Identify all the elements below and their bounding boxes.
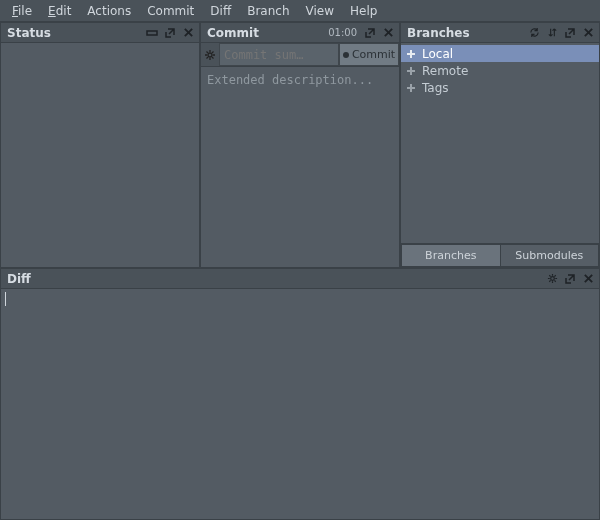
gear-icon[interactable] (545, 272, 559, 286)
commit-clock: 01:00 (328, 27, 359, 38)
branches-header: Branches (401, 23, 599, 43)
diff-title: Diff (7, 272, 541, 286)
expand-icon[interactable] (405, 66, 417, 76)
commit-dot-icon (343, 52, 349, 58)
expand-icon[interactable] (405, 49, 417, 59)
close-icon[interactable] (181, 26, 195, 40)
branches-title: Branches (407, 26, 523, 40)
popout-icon[interactable] (163, 26, 177, 40)
tab-submodules[interactable]: Submodules (501, 244, 600, 267)
commit-summary-input[interactable] (219, 43, 339, 66)
minimize-icon[interactable] (145, 26, 159, 40)
diff-panel: Diff (0, 268, 600, 520)
tree-item-remote[interactable]: Remote (401, 62, 599, 79)
tree-item-local[interactable]: Local (401, 45, 599, 62)
refresh-icon[interactable] (527, 26, 541, 40)
commit-header: Commit 01:00 (201, 23, 399, 43)
menu-diff[interactable]: Diff (202, 2, 239, 20)
svg-rect-0 (147, 31, 157, 35)
expand-icon[interactable] (405, 83, 417, 93)
diff-header: Diff (1, 269, 599, 289)
menu-file[interactable]: File (4, 2, 40, 20)
commit-button[interactable]: Commit (339, 43, 399, 66)
tab-branches[interactable]: Branches (401, 244, 501, 267)
menu-branch[interactable]: Branch (239, 2, 297, 20)
close-icon[interactable] (581, 272, 595, 286)
tree-item-label: Local (422, 47, 453, 61)
menu-commit[interactable]: Commit (139, 2, 202, 20)
svg-point-2 (550, 277, 554, 281)
menu-edit[interactable]: Edit (40, 2, 79, 20)
tree-item-label: Remote (422, 64, 468, 78)
branches-tabs: Branches Submodules (401, 243, 599, 267)
status-body (1, 43, 199, 267)
svg-point-1 (208, 53, 212, 57)
diff-body[interactable] (1, 289, 599, 519)
commit-button-label: Commit (352, 48, 395, 61)
popout-icon[interactable] (363, 26, 377, 40)
menu-actions[interactable]: Actions (79, 2, 139, 20)
commit-body: Commit Extended description... (201, 43, 399, 267)
sort-icon[interactable] (545, 26, 559, 40)
menu-view[interactable]: View (298, 2, 342, 20)
gear-icon[interactable] (201, 43, 219, 66)
popout-icon[interactable] (563, 26, 577, 40)
menubar: File Edit Actions Commit Diff Branch Vie… (0, 0, 600, 22)
close-icon[interactable] (381, 26, 395, 40)
branches-body: Local Remote Tags Branches Submodules (401, 43, 599, 267)
status-header: Status (1, 23, 199, 43)
commit-title: Commit (207, 26, 324, 40)
tree-item-tags[interactable]: Tags (401, 79, 599, 96)
commit-description[interactable]: Extended description... (201, 67, 399, 267)
popout-icon[interactable] (563, 272, 577, 286)
close-icon[interactable] (581, 26, 595, 40)
tree-item-label: Tags (422, 81, 449, 95)
status-panel: Status (0, 22, 200, 268)
menu-help[interactable]: Help (342, 2, 385, 20)
branches-tree: Local Remote Tags (401, 43, 599, 243)
status-title: Status (7, 26, 141, 40)
commit-panel: Commit 01:00 Commit (200, 22, 400, 268)
text-caret (5, 292, 6, 306)
branches-panel: Branches Local (400, 22, 600, 268)
